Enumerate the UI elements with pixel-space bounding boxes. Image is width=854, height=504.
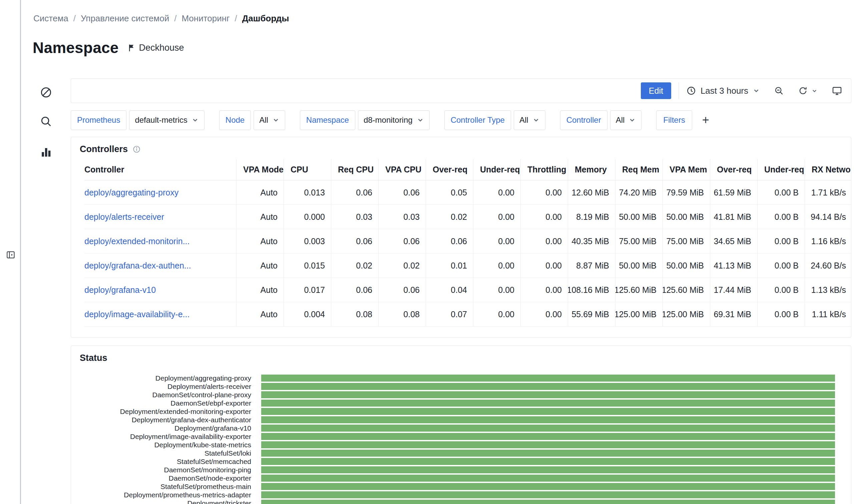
bar-label: Deployment/kube-state-metrics	[71, 441, 251, 449]
bar-track	[261, 491, 835, 498]
metric-value: 0.00	[545, 285, 562, 295]
metric-value: 0.017	[304, 285, 325, 295]
metric-cell: 0.02	[331, 253, 378, 277]
bar-label: Deployment/aggregating-proxy	[71, 374, 251, 382]
status-bar[interactable]	[261, 458, 835, 465]
status-bar[interactable]	[261, 433, 835, 440]
status-bar[interactable]	[261, 391, 835, 398]
filter-pair: NodeAll	[219, 110, 285, 130]
metric-cell: Auto	[236, 180, 284, 204]
metric-value: 0.06	[356, 188, 372, 197]
zoom-out-icon[interactable]	[774, 86, 784, 96]
chart-row: StatefulSet/loki	[71, 449, 851, 457]
status-bar[interactable]	[261, 383, 835, 390]
refresh-icon[interactable]	[798, 86, 808, 96]
status-bar[interactable]	[261, 450, 835, 457]
filter-label-button[interactable]: Controller	[560, 110, 607, 130]
chevron-down-icon	[417, 116, 424, 124]
chevron-down-icon	[192, 116, 199, 124]
chart-row: DaemonSet/node-exporter	[71, 474, 851, 482]
metric-cell: 0.017	[284, 278, 331, 302]
add-filter-button[interactable]: +	[702, 114, 709, 126]
bar-track	[261, 475, 835, 482]
controller-link[interactable]: deploy/alerts-receiver	[85, 212, 164, 222]
controller-link[interactable]: deploy/grafana-v10	[85, 285, 156, 295]
metric-cell: 50.00 MiB	[615, 205, 662, 229]
filter-value-dropdown[interactable]: d8-monitoring	[358, 110, 430, 130]
status-bar[interactable]	[261, 500, 835, 504]
refresh-dropdown-chevron[interactable]	[811, 88, 818, 94]
bar-track	[261, 458, 835, 465]
monitor-icon[interactable]	[832, 85, 842, 96]
controller-cell: deploy/grafana-v10	[85, 278, 236, 302]
metric-cell: 125.00 MiB	[662, 302, 710, 326]
status-bar[interactable]	[261, 466, 835, 473]
controllers-panel-title: Controllers	[80, 144, 128, 155]
metric-value: 0.00 B	[775, 212, 799, 222]
column-header: VPA Mode	[236, 159, 284, 180]
metric-value: 8.19 MiB	[576, 212, 609, 222]
breadcrumb-link[interactable]: Управление системой	[81, 13, 169, 24]
filter-label-button[interactable]: Controller Type	[444, 110, 511, 130]
metric-cell: 0.00 B	[757, 180, 805, 204]
filter-label-button[interactable]: Prometheus	[71, 110, 126, 130]
filters-button[interactable]: Filters	[656, 110, 692, 130]
chart-row: DaemonSet/control-plane-proxy	[71, 391, 851, 399]
status-bar[interactable]	[261, 483, 835, 490]
metric-cell: 0.03	[378, 205, 426, 229]
status-bar[interactable]	[261, 441, 835, 448]
breadcrumb: Система/Управление системой/Мониторинг/Д…	[33, 13, 289, 24]
metric-cell: 0.01	[426, 253, 473, 277]
chart-row: Deployment/aggregating-proxy	[71, 374, 851, 382]
time-range-picker[interactable]: Last 3 hours	[686, 86, 760, 96]
status-panel-header: Status	[71, 346, 851, 363]
bar-track	[261, 500, 835, 504]
status-bar[interactable]	[261, 416, 835, 423]
controller-cell: deploy/alerts-receiver	[85, 205, 236, 229]
breadcrumb-link[interactable]: Мониторинг	[181, 13, 230, 24]
status-bar[interactable]	[261, 475, 835, 482]
metric-value: 0.003	[304, 236, 325, 246]
filter-value-dropdown[interactable]: All	[254, 110, 285, 130]
filter-pairs: Prometheusdefault-metricsNodeAllNamespac…	[71, 110, 641, 130]
metric-value: Auto	[260, 188, 277, 197]
edit-button[interactable]: Edit	[641, 83, 671, 99]
metric-cell: 12.60 MiB	[568, 180, 615, 204]
table-row: deploy/grafana-v10Auto0.0170.060.060.040…	[85, 278, 851, 302]
filter-value: All	[259, 115, 268, 125]
status-bar[interactable]	[261, 400, 835, 407]
metric-cell: 0.000	[284, 205, 331, 229]
status-bar[interactable]	[261, 425, 835, 432]
metric-cell: 125.00 MiB	[615, 302, 662, 326]
metric-value: 40.35 MiB	[571, 236, 609, 246]
column-header: Under-req	[757, 159, 805, 180]
metric-cell: 0.00	[521, 278, 568, 302]
metric-value: 61.59 MiB	[713, 188, 751, 197]
filter-value-dropdown[interactable]: All	[610, 110, 642, 130]
filter-label-button[interactable]: Namespace	[300, 110, 355, 130]
status-bar[interactable]	[261, 375, 835, 382]
metric-cell: 1.13 kB/s	[805, 278, 851, 302]
info-icon[interactable]	[132, 145, 141, 154]
metric-value: 1.13 kB/s	[811, 285, 846, 295]
controller-link[interactable]: deploy/aggregating-proxy	[85, 188, 179, 197]
filter-value-dropdown[interactable]: All	[514, 110, 545, 130]
filter-label-button[interactable]: Node	[219, 110, 251, 130]
controller-link[interactable]: deploy/extended-monitorin...	[85, 236, 189, 246]
expand-panel-icon[interactable]	[5, 250, 16, 260]
status-bar[interactable]	[261, 491, 835, 498]
metric-value: 41.81 MiB	[713, 212, 751, 222]
bar-chart-icon[interactable]	[39, 145, 53, 159]
compass-icon[interactable]	[39, 86, 53, 99]
metric-value: 0.00	[545, 309, 562, 319]
metric-cell: 0.06	[331, 180, 378, 204]
search-icon[interactable]	[39, 115, 53, 128]
metric-cell: 0.06	[378, 180, 426, 204]
chart-row: Deployment/grafana-v10	[71, 424, 851, 432]
controller-link[interactable]: deploy/image-availability-e...	[85, 309, 189, 319]
column-header: Controller	[85, 159, 236, 180]
status-bar[interactable]	[261, 408, 835, 415]
filter-value-dropdown[interactable]: default-metrics	[129, 110, 204, 130]
breadcrumb-link[interactable]: Система	[33, 13, 68, 24]
controller-link[interactable]: deploy/grafana-dex-authen...	[85, 261, 191, 271]
